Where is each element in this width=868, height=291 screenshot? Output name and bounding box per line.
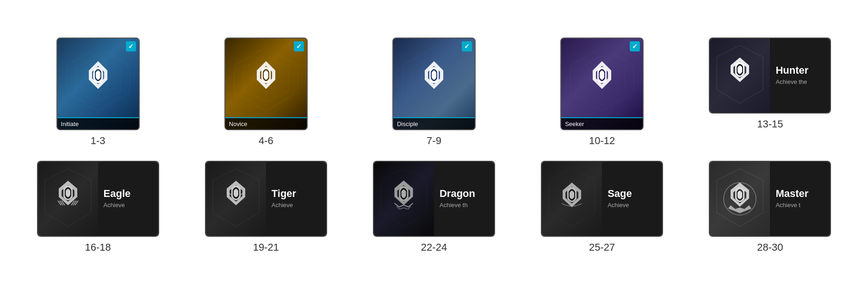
checkmark-disciple: ✓ [462, 41, 472, 51]
range-dragon: 22-24 [421, 241, 447, 253]
badge-novice[interactable]: ✓ Novice [224, 38, 308, 130]
eagle-text-panel: Eagle Achieve [98, 162, 158, 236]
cell-tiger: Tiger Achieve 19-21 [186, 161, 345, 253]
checkmark-novice: ✓ [294, 41, 304, 51]
cell-initiate: ✓ Initiate [19, 38, 177, 147]
badge-disciple[interactable]: ✓ Disciple [392, 38, 476, 130]
cell-eagle: Eagle Achieve 16-18 [19, 161, 177, 253]
badge-dragon[interactable]: Dragon Achieve th [373, 161, 495, 237]
range-disciple: 7-9 [427, 135, 441, 147]
range-hunter: 13-15 [757, 118, 783, 130]
dragon-name: Dragon [440, 188, 489, 199]
range-eagle: 16-18 [85, 241, 111, 253]
cell-seeker: ✓ Seeker 10-12 [523, 38, 682, 147]
range-initiate: 1-3 [91, 135, 105, 147]
badge-eagle[interactable]: Eagle Achieve [37, 161, 159, 237]
tiger-text-panel: Tiger Achieve [266, 162, 326, 236]
cell-hunter: Hunter Achieve the 13-15 [691, 38, 849, 147]
dragon-text-panel: Dragon Achieve th [434, 162, 494, 236]
sage-desc: Achieve [608, 202, 657, 209]
badges-grid: ✓ Initiate [0, 24, 868, 267]
sage-name: Sage [608, 188, 657, 199]
checkmark-seeker: ✓ [630, 41, 640, 51]
cell-dragon: Dragon Achieve th 22-24 [354, 161, 513, 253]
range-sage: 25-27 [589, 241, 615, 253]
master-desc: Achieve t [775, 202, 825, 209]
tiger-name: Tiger [272, 188, 321, 199]
range-seeker: 10-12 [589, 135, 615, 147]
cell-sage: Sage Achieve 25-27 [523, 161, 682, 253]
cell-master: Master Achieve t 28-30 [691, 161, 849, 253]
label-disciple: Disciple [393, 117, 475, 129]
hunter-desc: Achieve the [775, 78, 825, 86]
cell-disciple: ✓ Disciple 7-9 [354, 38, 513, 147]
checkmark-initiate: ✓ [126, 41, 136, 51]
label-novice: Novice [225, 117, 307, 129]
badge-tiger[interactable]: Tiger Achieve [205, 161, 327, 237]
range-master: 28-30 [757, 241, 783, 253]
eagle-name: Eagle [104, 188, 153, 199]
label-initiate: Initiate [57, 117, 139, 129]
tiger-desc: Achieve [272, 202, 321, 209]
hunter-name: Hunter [775, 65, 825, 76]
master-text-panel: Master Achieve t [770, 162, 830, 236]
hunter-text-panel: Hunter Achieve the [770, 38, 830, 113]
badge-master[interactable]: Master Achieve t [709, 161, 831, 237]
range-tiger: 19-21 [253, 241, 279, 253]
badge-sage[interactable]: Sage Achieve [541, 161, 663, 237]
cell-novice: ✓ Novice 4-6 [186, 38, 345, 147]
label-seeker: Seeker [561, 117, 643, 129]
dragon-desc: Achieve th [440, 202, 489, 209]
master-name: Master [775, 188, 825, 199]
range-novice: 4-6 [259, 135, 273, 147]
badge-hunter[interactable]: Hunter Achieve the [709, 38, 831, 114]
badge-seeker[interactable]: ✓ Seeker [560, 38, 644, 130]
badge-initiate[interactable]: ✓ Initiate [56, 38, 140, 130]
eagle-desc: Achieve [104, 202, 153, 209]
sage-text-panel: Sage Achieve [602, 162, 662, 236]
